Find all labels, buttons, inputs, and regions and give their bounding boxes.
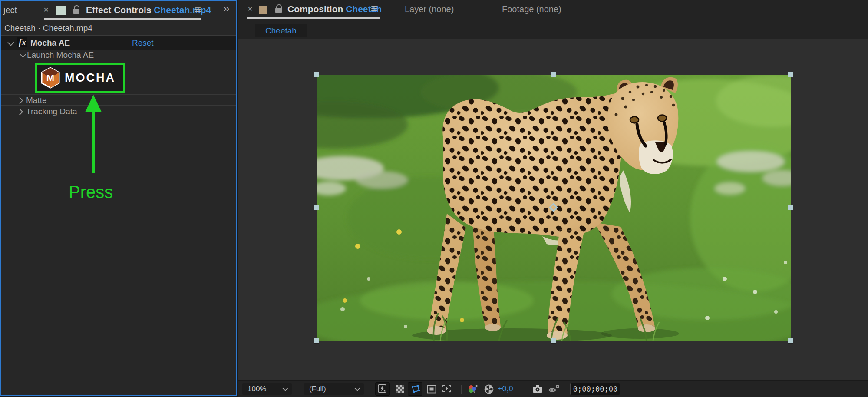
chevron-down-icon[interactable] — [7, 39, 14, 46]
toolbar-separator — [522, 385, 522, 394]
active-tab-underline — [44, 18, 201, 20]
composition-viewport[interactable] — [238, 39, 868, 380]
selection-handle-middle-right[interactable] — [788, 205, 793, 210]
group-row-matte[interactable]: Matte — [1, 94, 236, 106]
fast-previews-icon — [377, 384, 389, 395]
tab-layer[interactable]: Layer (none) — [405, 4, 454, 14]
resolution-value: (Full) — [309, 385, 326, 394]
toolbar-separator — [369, 385, 369, 394]
transparency-grid-icon — [394, 384, 406, 395]
effect-source-row: Cheetah · Cheetah.mp4 — [1, 20, 236, 36]
tab-effect-controls[interactable]: Effect Controls Cheetah.mp4 — [86, 5, 211, 15]
close-icon[interactable]: × — [43, 5, 49, 14]
launch-mocha-label: Launch Mocha AE — [27, 50, 94, 60]
channels-button[interactable] — [467, 384, 479, 395]
snapshot-camera-icon — [531, 384, 544, 395]
close-icon[interactable]: × — [248, 4, 253, 13]
tab-project-partial[interactable]: ject — [3, 5, 17, 15]
exposure-reset-button[interactable] — [483, 384, 495, 395]
effect-controls-panel: ject × Effect Controls Cheetah.mp4 ≡ » C… — [0, 0, 237, 396]
chevron-down-icon[interactable] — [20, 51, 26, 58]
tab-composition[interactable]: Composition Cheetah — [287, 4, 382, 14]
channels-icon — [467, 384, 479, 396]
chevron-down-icon — [355, 386, 360, 391]
selection-handle-top-left[interactable] — [314, 72, 319, 77]
launch-mocha-row[interactable]: Launch Mocha AE — [1, 50, 236, 61]
panel-scroll-track[interactable] — [224, 20, 224, 395]
viewer-tab-cheetah[interactable]: Cheetah — [255, 24, 307, 37]
selection-handle-bottom-center[interactable] — [551, 338, 556, 344]
reset-button[interactable]: Reset — [132, 38, 154, 48]
viewer-tab-row: Cheetah — [238, 19, 868, 39]
tracking-data-label: Tracking Data — [26, 107, 77, 116]
effect-source-label: Cheetah · Cheetah.mp4 — [4, 23, 92, 33]
composition-panel: × Composition Cheetah ≡ Layer (none) Foo… — [238, 0, 868, 397]
mocha-logo-icon: M — [40, 67, 60, 89]
show-snapshot-button[interactable] — [548, 384, 559, 395]
after-effects-window: ject × Effect Controls Cheetah.mp4 ≡ » C… — [0, 0, 868, 397]
fast-previews-button[interactable] — [375, 382, 390, 396]
composition-toolbar: 100% (Full) — [238, 380, 868, 397]
lock-icon[interactable] — [275, 8, 282, 13]
panel-menu-icon[interactable]: ≡ — [195, 3, 201, 15]
panel-overflow-icon[interactable]: » — [223, 2, 229, 15]
resolution-dropdown[interactable]: (Full) — [304, 383, 364, 395]
group-row-tracking-data[interactable]: Tracking Data — [1, 106, 236, 117]
timecode-display[interactable]: 0;00;00;00 — [570, 383, 620, 395]
annotation-arrow-icon — [83, 94, 103, 175]
panel-color-swatch — [56, 6, 66, 15]
zoom-level-value: 100% — [248, 385, 266, 394]
mask-visibility-button[interactable] — [408, 382, 422, 396]
selection-handle-bottom-left[interactable] — [314, 338, 319, 344]
toolbar-separator — [566, 385, 566, 394]
region-of-interest-icon — [426, 384, 437, 395]
panel-color-swatch — [259, 6, 267, 14]
chevron-right-icon[interactable] — [17, 97, 23, 104]
selection-handle-top-center[interactable] — [551, 72, 556, 77]
tab-footage[interactable]: Footage (none) — [502, 4, 561, 14]
svg-text:M: M — [46, 73, 54, 83]
mocha-launch-button[interactable]: M MOCHA — [35, 63, 125, 93]
annotation-press-label: Press — [69, 182, 113, 202]
mask-visibility-icon — [409, 384, 422, 395]
composition-tabbar: × Composition Cheetah ≡ Layer (none) Foo… — [238, 0, 868, 19]
tab-effect-controls-target: Cheetah.mp4 — [154, 5, 211, 15]
effect-header-row[interactable]: fx Mocha AE Reset — [1, 36, 236, 50]
lock-icon[interactable] — [73, 9, 79, 14]
mocha-button-label: MOCHA — [65, 71, 116, 85]
chevron-right-icon[interactable] — [17, 109, 23, 116]
grid-guides-button[interactable] — [441, 384, 452, 395]
selection-handle-middle-left[interactable] — [314, 205, 319, 210]
transparency-grid-button[interactable] — [394, 384, 406, 395]
panel-menu-icon[interactable]: ≡ — [371, 3, 377, 14]
fx-badge-icon: fx — [17, 37, 27, 47]
grid-guides-icon — [441, 384, 454, 395]
region-of-interest-button[interactable] — [426, 384, 437, 395]
tab-composition-label: Composition — [287, 4, 343, 14]
show-snapshot-eye-icon — [548, 384, 561, 395]
active-tab-underline — [247, 17, 380, 19]
exposure-value[interactable]: +0,0 — [498, 384, 513, 394]
zoom-level-dropdown[interactable]: 100% — [242, 383, 292, 395]
effect-name: Mocha AE — [30, 38, 70, 48]
tab-effect-controls-label: Effect Controls — [86, 5, 152, 15]
matte-label: Matte — [26, 96, 47, 105]
selection-handle-top-right[interactable] — [788, 72, 793, 77]
take-snapshot-button[interactable] — [531, 384, 543, 395]
effect-controls-tabbar: ject × Effect Controls Cheetah.mp4 ≡ » — [1, 1, 236, 20]
exposure-reset-icon — [483, 384, 495, 395]
chevron-down-icon — [283, 386, 288, 391]
selection-handle-bottom-right[interactable] — [788, 338, 793, 344]
toolbar-separator — [461, 385, 462, 394]
